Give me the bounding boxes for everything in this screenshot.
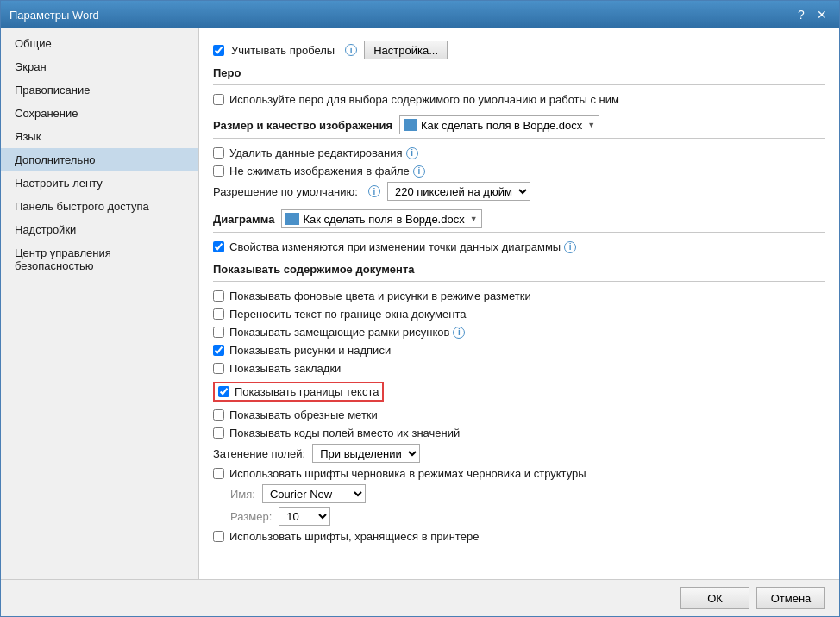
- sidebar-item-advanced[interactable]: Дополнительно: [1, 148, 198, 171]
- diagram-dropdown[interactable]: Как сделать поля в Ворде.docx ▼: [281, 209, 481, 228]
- draft-label: Использовать шрифты черновика в режимах …: [229, 467, 586, 480]
- show-checkbox-6[interactable]: [213, 409, 224, 421]
- diagram-dropdown-arrow: ▼: [470, 215, 478, 223]
- resolution-label: Разрешение по умолчанию:: [213, 185, 358, 198]
- image-dropdown-value: Как сделать поля в Ворде.docx: [421, 119, 582, 132]
- doc-icon: [404, 119, 417, 131]
- pero-divider: [213, 84, 825, 85]
- properties-info: i: [564, 241, 576, 253]
- compress-row: Не сжимать изображения в файле i: [213, 164, 825, 178]
- pero-header: Перо: [213, 66, 825, 79]
- show-item-3: Показывать рисунки и надписи: [213, 343, 825, 358]
- show-checkbox-5[interactable]: [218, 386, 229, 397]
- font-size-select[interactable]: 10: [279, 507, 330, 526]
- title-bar: Параметры Word ? ✕: [1, 1, 839, 28]
- image-header: Размер и качество изображения: [213, 119, 392, 132]
- dialog-title: Параметры Word: [9, 9, 99, 22]
- show-label-4: Показывать закладки: [229, 362, 341, 375]
- show-label-6: Показывать обрезные метки: [229, 408, 378, 421]
- spacing-label: Учитывать пробелы: [231, 44, 335, 57]
- sidebar-item-save[interactable]: Сохранение: [1, 102, 198, 125]
- image-divider: [213, 138, 825, 139]
- show-checkbox-4[interactable]: [213, 363, 224, 374]
- cancel-button[interactable]: Отмена: [756, 587, 825, 609]
- diagram-header-row: Диаграмма Как сделать поля в Ворде.docx …: [213, 209, 825, 228]
- diagram-dropdown-value: Как сделать поля в Ворде.docx: [303, 213, 464, 226]
- remove-editing-row: Удалить данные редактирования i: [213, 146, 825, 160]
- properties-checkbox[interactable]: [213, 241, 224, 252]
- draft-checkbox[interactable]: [213, 468, 224, 479]
- compress-checkbox[interactable]: [213, 165, 224, 177]
- ok-button[interactable]: ОК: [680, 587, 749, 609]
- sidebar-item-general[interactable]: Общие: [1, 32, 198, 55]
- show-checkbox-3[interactable]: [213, 345, 224, 356]
- image-dropdown-arrow: ▼: [587, 121, 595, 129]
- remove-editing-info: i: [406, 147, 418, 159]
- show-checkbox-7[interactable]: [213, 427, 224, 439]
- pen-row: Используйте перо для выбора содержимого …: [213, 92, 825, 107]
- footer: ОК Отмена: [1, 579, 839, 616]
- show-label-0: Показывать фоновые цвета и рисунки в реж…: [229, 290, 531, 302]
- shading-select[interactable]: При выделении: [312, 444, 420, 463]
- sidebar-item-screen[interactable]: Экран: [1, 55, 198, 78]
- show-item-5: Показывать границы текста: [213, 379, 825, 404]
- font-name-label: Имя:: [230, 488, 255, 501]
- help-button[interactable]: ?: [793, 6, 810, 23]
- sidebar-item-quick-access[interactable]: Панель быстрого доступа: [1, 195, 198, 218]
- show-info-2: i: [453, 327, 465, 339]
- title-bar-controls: ? ✕: [793, 6, 831, 23]
- dialog-body: Общие Экран Правописание Сохранение Язык…: [1, 28, 839, 579]
- show-checkbox-0[interactable]: [213, 290, 224, 302]
- font-size-label: Размер:: [230, 510, 272, 523]
- spacing-checkbox[interactable]: [213, 45, 224, 56]
- properties-row: Свойства изменяются при изменении точки …: [213, 240, 825, 254]
- resolution-select[interactable]: 220 пикселей на дюйм: [387, 182, 530, 201]
- sidebar-item-spelling[interactable]: Правописание: [1, 78, 198, 102]
- remove-editing-label: Удалить данные редактирования: [229, 146, 403, 159]
- font-size-row: Размер: 10: [213, 507, 825, 526]
- show-checkbox-2[interactable]: [213, 327, 224, 338]
- font-name-row: Имя: Courier New: [213, 484, 825, 503]
- show-item-7: Показывать коды полей вместо их значений: [213, 426, 825, 440]
- show-item-6: Показывать обрезные метки: [213, 408, 825, 422]
- printer-row: Использовать шрифты, хранящиеся в принте…: [213, 529, 825, 544]
- compress-label: Не сжимать изображения в файле: [229, 165, 410, 178]
- sidebar-item-addins[interactable]: Надстройки: [1, 218, 198, 241]
- image-header-row: Размер и качество изображения Как сделат…: [213, 115, 825, 134]
- printer-label: Использовать шрифты, хранящиеся в принте…: [229, 530, 479, 543]
- image-dropdown[interactable]: Как сделать поля в Ворде.docx ▼: [399, 115, 599, 134]
- content-scroll: Учитывать пробелы i Настройка... Перо Ис…: [199, 28, 839, 579]
- show-item-1: Переносить текст по границе окна докумен…: [213, 307, 825, 321]
- remove-editing-checkbox[interactable]: [213, 147, 224, 159]
- sidebar: Общие Экран Правописание Сохранение Язык…: [1, 28, 199, 579]
- show-label-7: Показывать коды полей вместо их значений: [229, 427, 460, 439]
- close-button[interactable]: ✕: [813, 6, 831, 23]
- sidebar-item-language[interactable]: Язык: [1, 125, 198, 148]
- compress-info: i: [413, 165, 425, 178]
- font-name-select[interactable]: Courier New: [262, 484, 366, 503]
- show-item-4: Показывать закладки: [213, 361, 825, 376]
- pen-label: Используйте перо для выбора содержимого …: [229, 93, 619, 106]
- diagram-divider: [213, 232, 825, 233]
- spacing-info-icon: i: [345, 44, 357, 56]
- content-area: Учитывать пробелы i Настройка... Перо Ис…: [199, 28, 839, 579]
- pen-checkbox[interactable]: [213, 94, 224, 105]
- sidebar-item-ribbon[interactable]: Настроить ленту: [1, 171, 198, 195]
- diagram-header: Диаграмма: [213, 213, 274, 226]
- show-checkbox-1[interactable]: [213, 308, 224, 320]
- resolution-row: Разрешение по умолчанию: i 220 пикселей …: [213, 182, 825, 201]
- show-label-3: Показывать рисунки и надписи: [229, 344, 391, 357]
- printer-checkbox[interactable]: [213, 531, 224, 542]
- word-options-dialog: Параметры Word ? ✕ Общие Экран Правописа…: [0, 0, 840, 617]
- resolution-info: i: [368, 185, 380, 197]
- show-label-5: Показывать границы текста: [235, 385, 379, 398]
- show-header: Показывать содержимое документа: [213, 263, 825, 276]
- sidebar-item-trust-center[interactable]: Центр управления безопасностью: [1, 241, 198, 277]
- settings-button[interactable]: Настройка...: [364, 41, 448, 59]
- shading-label: Затенение полей:: [213, 447, 305, 460]
- draft-row: Использовать шрифты черновика в режимах …: [213, 466, 825, 481]
- spacing-row: Учитывать пробелы i Настройка...: [213, 41, 825, 59]
- show-label-1: Переносить текст по границе окна докумен…: [229, 308, 466, 321]
- properties-label: Свойства изменяются при изменении точки …: [229, 240, 561, 253]
- show-item-2: Показывать замещающие рамки рисунков i: [213, 325, 825, 340]
